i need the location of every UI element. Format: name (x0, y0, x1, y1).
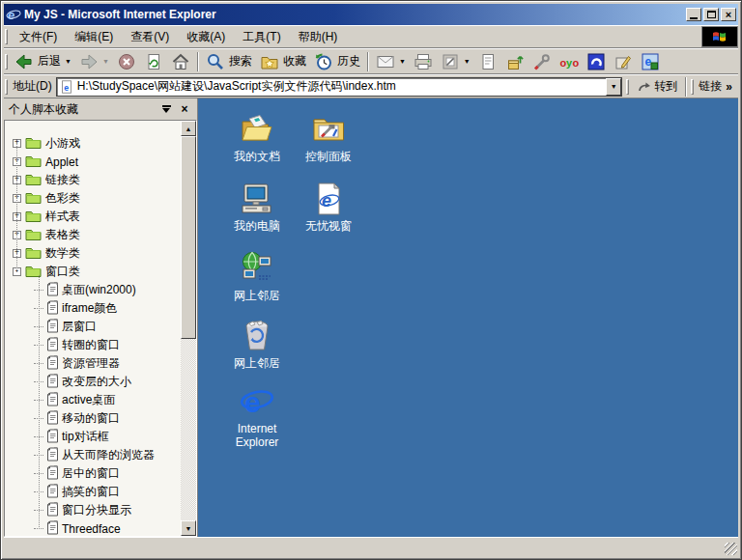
stop-button[interactable] (113, 51, 140, 72)
tree-item-label: 层窗口 (62, 319, 97, 335)
close-button[interactable]: × (721, 8, 736, 21)
tree-folder[interactable]: -窗口类 (5, 263, 181, 281)
maximize-button[interactable] (703, 8, 719, 21)
sidebar-close-button[interactable]: × (177, 102, 192, 116)
tree-item[interactable]: tip对话框 (5, 428, 181, 446)
history-button[interactable]: 历史 (310, 51, 364, 72)
back-dropdown-icon[interactable]: ▼ (65, 58, 71, 65)
refresh-button[interactable] (140, 51, 167, 72)
tree-item[interactable]: active桌面 (5, 391, 181, 409)
desktop-item-label[interactable]: Internet Explorer (219, 422, 295, 449)
recycle-bin-icon[interactable] (240, 319, 274, 353)
favorites-button[interactable]: 收藏 (256, 51, 310, 72)
addressbar-grip[interactable] (5, 79, 8, 95)
desktop-item-label[interactable]: 无忧视窗 (305, 219, 352, 233)
tree-item[interactable]: iframe颜色 (5, 299, 181, 318)
desktop-item-ie-document[interactable]: e无忧视窗 (291, 182, 366, 233)
mail-button[interactable]: ▼ (372, 51, 410, 72)
minimize-button[interactable] (686, 8, 701, 21)
menu-item-tools[interactable]: 工具(T) (234, 25, 289, 49)
ie-document-icon[interactable]: e (311, 182, 346, 216)
tree-item[interactable]: 桌面(win2000) (5, 281, 181, 299)
scroll-down-button[interactable]: ▼ (181, 520, 196, 536)
address-dropdown-button[interactable]: ▼ (606, 78, 621, 96)
address-input[interactable]: e H:\StudySpace\网站建设\JavaScript实例文件源代码\i… (56, 77, 623, 97)
my-documents-icon[interactable] (240, 112, 274, 147)
e-dialer-button[interactable]: e (637, 51, 664, 72)
tree-folder[interactable]: +样式表 (5, 208, 181, 226)
tree-item[interactable]: 资源管理器 (5, 354, 181, 373)
search-button[interactable]: 搜索 (202, 51, 256, 72)
links-grip[interactable] (691, 79, 694, 95)
tree-folder[interactable]: +小游戏 (5, 134, 181, 153)
sidebar-autohide-button[interactable] (158, 102, 174, 116)
discuss-button[interactable] (474, 51, 501, 72)
tree-folder[interactable]: +数学类 (5, 244, 181, 263)
tree-item[interactable]: 移动的窗口 (5, 409, 181, 428)
desktop-item-my-documents[interactable]: 我的文档 (219, 112, 295, 163)
tree-folder[interactable]: +色彩类 (5, 189, 181, 208)
sidebar-header: 个人脚本收藏 × (4, 98, 197, 120)
sidebar-scrollbar[interactable]: ▲ ▼ (181, 121, 196, 536)
go-button[interactable]: 转到 (632, 77, 682, 96)
desktop-item-label[interactable]: 我的电脑 (234, 219, 280, 233)
address-value[interactable]: H:\StudySpace\网站建设\JavaScript实例文件源代码\ind… (77, 78, 607, 95)
desktop-item-label[interactable]: 控制面板 (305, 150, 352, 163)
mail-dropdown-icon[interactable]: ▼ (399, 58, 406, 65)
tree-item[interactable]: 搞笑的窗口 (5, 483, 181, 501)
resize-grip[interactable] (725, 543, 737, 555)
edit-button[interactable]: ▼ (437, 51, 474, 72)
desktop-item-label[interactable]: 网上邻居 (234, 356, 280, 370)
scrollbar-track[interactable] (181, 136, 196, 520)
scroll-up-button[interactable]: ▲ (181, 121, 196, 136)
title-bar[interactable]: e My JS - Microsoft Internet Explorer × (4, 4, 738, 25)
tree-folder[interactable]: +Applet (5, 153, 181, 171)
tree-item[interactable]: 转圈的窗口 (5, 336, 181, 354)
history-label: 历史 (337, 53, 360, 70)
netants-button[interactable] (583, 51, 610, 72)
print-button[interactable] (410, 51, 437, 72)
close-icon: × (726, 10, 731, 19)
forward-button[interactable]: ▼ (75, 51, 113, 72)
menu-item-edit[interactable]: 编辑(E) (66, 25, 122, 49)
tree-item[interactable]: 从天而降的浏览器 (5, 446, 181, 464)
autohide-icon (162, 105, 171, 113)
back-button[interactable]: 后退 ▼ (11, 51, 75, 72)
tools-button[interactable] (528, 51, 556, 72)
tree-folder[interactable]: +表格类 (5, 226, 181, 244)
menu-item-help[interactable]: 帮助(H) (290, 25, 347, 49)
desktop-item-network-places[interactable]: 网上邻居 (219, 251, 295, 302)
internet-explorer-icon[interactable]: e (240, 384, 274, 419)
script-page-icon (46, 410, 59, 428)
toolbar-grip[interactable] (5, 54, 8, 70)
network-places-icon[interactable] (240, 251, 274, 286)
control-panel-icon[interactable] (311, 112, 346, 147)
desktop-item-recycle-bin[interactable]: 网上邻居 (219, 319, 295, 370)
tree-item[interactable]: 居中的窗口 (5, 464, 181, 483)
tree-item[interactable]: Threedface (5, 519, 181, 536)
my-computer-icon[interactable] (240, 182, 274, 216)
oyo-button[interactable]: oyo (556, 51, 583, 72)
edit-dropdown-icon[interactable]: ▼ (464, 58, 471, 65)
notes-button[interactable] (610, 51, 637, 72)
forward-dropdown-icon[interactable]: ▼ (102, 58, 109, 65)
links-chevron-icon[interactable]: » (726, 80, 732, 94)
tree-item[interactable]: 改变层的大小 (5, 373, 181, 391)
desktop-item-label[interactable]: 网上邻居 (234, 289, 280, 302)
tree-folder[interactable]: +链接类 (5, 171, 181, 189)
links-bar[interactable]: 链接 » (697, 77, 738, 96)
menubar-grip[interactable] (5, 29, 8, 44)
desktop-item-internet-explorer[interactable]: eInternet Explorer (219, 384, 295, 449)
tree-item[interactable]: 层窗口 (5, 318, 181, 336)
menu-item-view[interactable]: 查看(V) (122, 25, 178, 49)
desktop-item-control-panel[interactable]: 控制面板 (291, 112, 366, 163)
scrollbar-thumb[interactable] (181, 136, 196, 339)
desktop-item-label[interactable]: 我的文档 (234, 150, 280, 163)
upload-button[interactable] (501, 51, 528, 72)
tree-folder-label: 小游戏 (45, 135, 80, 152)
menu-item-favorites[interactable]: 收藏(A) (178, 25, 234, 49)
menu-item-file[interactable]: 文件(F) (11, 25, 66, 49)
desktop-item-my-computer[interactable]: 我的电脑 (219, 182, 295, 233)
tree-item[interactable]: 窗口分块显示 (5, 501, 181, 519)
home-button[interactable] (167, 51, 194, 72)
